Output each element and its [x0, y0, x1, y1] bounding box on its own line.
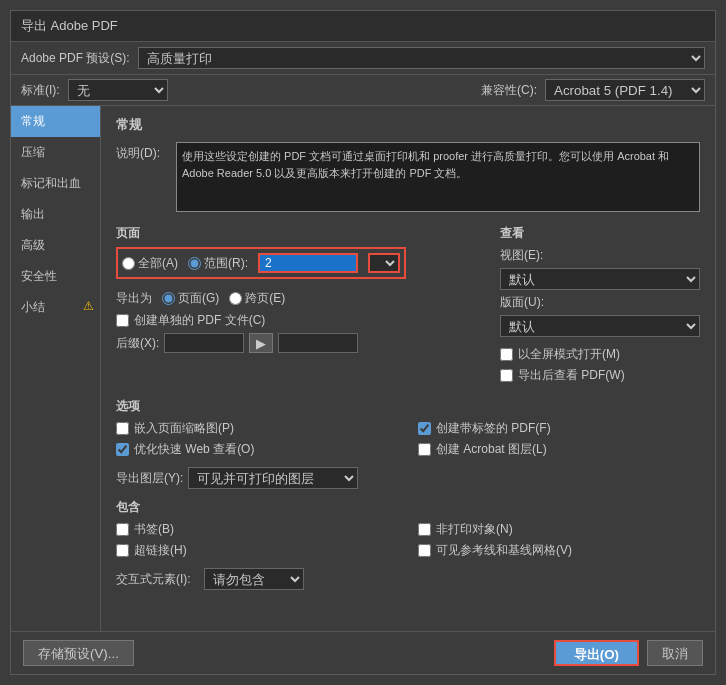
create-tagged-label: 创建带标签的 PDF(F)	[436, 420, 551, 437]
standard-select[interactable]: 无	[68, 79, 168, 101]
create-tagged-checkbox[interactable]	[418, 422, 431, 435]
fullscreen-checkbox[interactable]	[500, 348, 513, 361]
bookmarks-row[interactable]: 书签(B)	[116, 521, 398, 538]
compat-select[interactable]: Acrobat 5 (PDF 1.4)	[545, 79, 705, 101]
section-title: 常规	[116, 116, 700, 134]
view-after-row[interactable]: 导出后查看 PDF(W)	[500, 367, 700, 384]
sidebar-item-marks[interactable]: 标记和出血	[11, 168, 100, 199]
range-input[interactable]	[258, 253, 358, 273]
bottom-right: 导出(O) 取消	[554, 640, 703, 666]
pages-item[interactable]: 页面(G)	[162, 290, 219, 307]
range-item[interactable]: 范围(R):	[188, 255, 248, 272]
pages-label: 页面(G)	[178, 290, 219, 307]
desc-textarea[interactable]	[176, 142, 700, 212]
desc-container	[176, 142, 700, 215]
spreads-radio[interactable]	[229, 292, 242, 305]
desc-label: 说明(D):	[116, 142, 176, 162]
visible-guides-row[interactable]: 可见参考线和基线网格(V)	[418, 542, 700, 559]
interactive-row: 交互式元素(I): 请勿包含	[116, 568, 700, 590]
sidebar: 常规 压缩 标记和出血 输出 高级 安全性 小结	[11, 106, 101, 631]
create-acrobat-row[interactable]: 创建 Acrobat 图层(L)	[418, 441, 700, 458]
optimize-web-row[interactable]: 优化快速 Web 查看(O)	[116, 441, 398, 458]
optimize-web-label: 优化快速 Web 查看(O)	[134, 441, 254, 458]
desc-row: 说明(D):	[116, 142, 700, 215]
all-pages-label: 全部(A)	[138, 255, 178, 272]
hyperlinks-row[interactable]: 超链接(H)	[116, 542, 398, 559]
embed-thumb-label: 嵌入页面缩略图(P)	[134, 420, 234, 437]
view-select[interactable]: 默认	[500, 268, 700, 290]
preset-label: Adobe PDF 预设(S):	[21, 50, 130, 67]
all-pages-item[interactable]: 全部(A)	[122, 255, 178, 272]
spreads-item[interactable]: 跨页(E)	[229, 290, 285, 307]
sidebar-item-advanced[interactable]: 高级	[11, 230, 100, 261]
sidebar-item-compress[interactable]: 压缩	[11, 137, 100, 168]
include-group-label: 包含	[116, 499, 700, 516]
visible-guides-label: 可见参考线和基线网格(V)	[436, 542, 572, 559]
layer-select[interactable]: 可见并可打印的图层	[188, 467, 358, 489]
create-tagged-row[interactable]: 创建带标签的 PDF(F)	[418, 420, 700, 437]
hyperlinks-label: 超链接(H)	[134, 542, 187, 559]
export-button[interactable]: 导出(O)	[554, 640, 639, 666]
sidebar-item-general[interactable]: 常规	[11, 106, 100, 137]
suffix-btn[interactable]: ▶	[249, 333, 273, 353]
pages-radio[interactable]	[162, 292, 175, 305]
view-label: 视图(E):	[500, 247, 700, 264]
options-right: 创建带标签的 PDF(F) 创建 Acrobat 图层(L)	[418, 420, 700, 462]
view-after-label: 导出后查看 PDF(W)	[518, 367, 625, 384]
fullscreen-label: 以全屏模式打开(M)	[518, 346, 620, 363]
export-pdf-dialog: 导出 Adobe PDF Adobe PDF 预设(S): 高质量打印 标准(I…	[10, 10, 716, 675]
all-pages-radio[interactable]	[122, 257, 135, 270]
suffix-extra-input[interactable]	[278, 333, 358, 353]
preset-select[interactable]: 高质量打印	[138, 47, 705, 69]
hyperlinks-checkbox[interactable]	[116, 544, 129, 557]
non-print-row[interactable]: 非打印对象(N)	[418, 521, 700, 538]
bookmarks-label: 书签(B)	[134, 521, 174, 538]
non-print-checkbox[interactable]	[418, 523, 431, 536]
optimize-web-checkbox[interactable]	[116, 443, 129, 456]
interactive-select[interactable]: 请勿包含	[204, 568, 304, 590]
preset-row: Adobe PDF 预设(S): 高质量打印	[11, 42, 715, 75]
dialog-title: 导出 Adobe PDF	[21, 18, 118, 33]
options-group-label: 选项	[116, 398, 700, 415]
standard-label: 标准(I):	[21, 82, 60, 99]
layout-select[interactable]: 默认	[500, 315, 700, 337]
include-right: 非打印对象(N) 可见参考线和基线网格(V)	[418, 521, 700, 563]
compat-label: 兼容性(C):	[481, 82, 537, 99]
include-section: 包含 书签(B) 超链接(H)	[116, 499, 700, 590]
page-range-row: 全部(A) 范围(R):	[116, 247, 406, 279]
visible-guides-checkbox[interactable]	[418, 544, 431, 557]
embed-thumb-row[interactable]: 嵌入页面缩略图(P)	[116, 420, 398, 437]
interactive-label: 交互式元素(I):	[116, 571, 191, 588]
create-acrobat-label: 创建 Acrobat 图层(L)	[436, 441, 547, 458]
range-dropdown[interactable]	[368, 253, 400, 273]
options-section: 选项 嵌入页面缩略图(P) 优化快速 Web 查看(O)	[116, 398, 700, 489]
page-view-group: 页面 全部(A) 范围(R):	[116, 225, 700, 388]
suffix-input[interactable]	[164, 333, 244, 353]
range-radio[interactable]	[188, 257, 201, 270]
sidebar-item-output[interactable]: 输出	[11, 199, 100, 230]
range-label: 范围(R):	[204, 255, 248, 272]
sidebar-item-summary[interactable]: 小结	[11, 292, 100, 323]
options-left: 嵌入页面缩略图(P) 优化快速 Web 查看(O)	[116, 420, 398, 462]
include-grid: 书签(B) 超链接(H) 非打印对象(N)	[116, 521, 700, 563]
cancel-button[interactable]: 取消	[647, 640, 703, 666]
create-acrobat-checkbox[interactable]	[418, 443, 431, 456]
export-as-row: 导出为 页面(G) 跨页(E)	[116, 290, 480, 307]
layer-label: 导出图层(Y):	[116, 470, 183, 487]
main-content: 常规 压缩 标记和出血 输出 高级 安全性 小结 常规	[11, 106, 715, 631]
save-preset-button[interactable]: 存储预设(V)...	[23, 640, 134, 666]
embed-thumb-checkbox[interactable]	[116, 422, 129, 435]
layout-label: 版面(U):	[500, 294, 700, 311]
content-panel: 常规 说明(D): 页面 全部(A)	[101, 106, 715, 631]
fullscreen-row[interactable]: 以全屏模式打开(M)	[500, 346, 700, 363]
create-single-checkbox[interactable]	[116, 314, 129, 327]
create-single-row[interactable]: 创建单独的 PDF 文件(C)	[116, 312, 480, 329]
spreads-label: 跨页(E)	[245, 290, 285, 307]
bookmarks-checkbox[interactable]	[116, 523, 129, 536]
page-group-label: 页面	[116, 225, 480, 242]
sidebar-item-security[interactable]: 安全性	[11, 261, 100, 292]
include-left: 书签(B) 超链接(H)	[116, 521, 398, 563]
view-after-checkbox[interactable]	[500, 369, 513, 382]
view-group: 查看 视图(E): 默认 版面(U): 默认 以全屏模式打开(M)	[500, 225, 700, 388]
page-group: 页面 全部(A) 范围(R):	[116, 225, 480, 388]
